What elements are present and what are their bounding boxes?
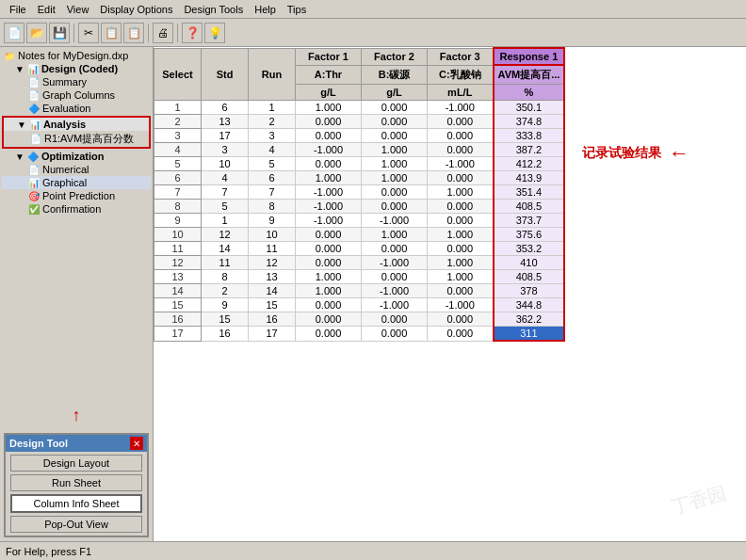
paste-button[interactable]: 📋 bbox=[123, 23, 144, 43]
cell-f2-7[interactable]: 0.000 bbox=[362, 200, 428, 214]
cell-f3-12[interactable]: 1.000 bbox=[428, 270, 494, 284]
tree-point-prediction[interactable]: 🎯 Point Prediction bbox=[2, 189, 151, 202]
cell-std-4[interactable]: 10 bbox=[202, 157, 249, 171]
open-button[interactable]: 📂 bbox=[26, 23, 47, 43]
cell-run-1[interactable]: 2 bbox=[249, 115, 296, 129]
header-factor2-unit[interactable]: g/L bbox=[362, 85, 428, 101]
cell-f3-2[interactable]: 0.000 bbox=[428, 129, 494, 143]
print-button[interactable]: 🖨 bbox=[153, 23, 173, 43]
cell-f1-9[interactable]: 0.000 bbox=[296, 228, 362, 242]
cell-run-7[interactable]: 8 bbox=[249, 200, 296, 214]
tree-analysis[interactable]: ▼ 📊 Analysis bbox=[4, 118, 149, 131]
cell-r1-12[interactable]: 408.5 bbox=[494, 270, 565, 284]
cell-f3-6[interactable]: 1.000 bbox=[428, 185, 494, 200]
menu-tips[interactable]: Tips bbox=[282, 3, 312, 16]
cell-run-9[interactable]: 10 bbox=[249, 228, 296, 242]
cell-r1-4[interactable]: 412.2 bbox=[494, 157, 565, 171]
cell-f1-4[interactable]: 0.000 bbox=[296, 157, 362, 171]
cell-f1-10[interactable]: 0.000 bbox=[296, 242, 362, 256]
cell-std-9[interactable]: 12 bbox=[202, 228, 249, 242]
header-response1-unit[interactable]: % bbox=[494, 85, 565, 101]
cell-r1-6[interactable]: 351.4 bbox=[494, 185, 565, 200]
cell-run-11[interactable]: 12 bbox=[249, 256, 296, 270]
cell-std-12[interactable]: 8 bbox=[202, 270, 249, 284]
cell-r1-10[interactable]: 353.2 bbox=[494, 242, 565, 256]
cell-f2-4[interactable]: 1.000 bbox=[362, 157, 428, 171]
cell-f1-3[interactable]: -1.000 bbox=[296, 143, 362, 157]
cell-f3-14[interactable]: -1.000 bbox=[428, 298, 494, 312]
cell-f2-6[interactable]: 0.000 bbox=[362, 185, 428, 200]
header-response1[interactable]: Response 1 bbox=[494, 48, 565, 65]
cell-f2-2[interactable]: 0.000 bbox=[362, 129, 428, 143]
cell-run-5[interactable]: 6 bbox=[249, 171, 296, 185]
menu-display-options[interactable]: Display Options bbox=[94, 3, 178, 16]
cell-f1-8[interactable]: -1.000 bbox=[296, 214, 362, 228]
cell-std-6[interactable]: 7 bbox=[202, 185, 249, 200]
cell-f1-2[interactable]: 0.000 bbox=[296, 129, 362, 143]
new-button[interactable]: 📄 bbox=[4, 23, 24, 43]
cell-f3-15[interactable]: 0.000 bbox=[428, 312, 494, 327]
cell-r1-3[interactable]: 387.2 bbox=[494, 143, 565, 157]
help-button[interactable]: ❓ bbox=[182, 23, 203, 43]
cell-r1-2[interactable]: 333.8 bbox=[494, 129, 565, 143]
cell-r1-8[interactable]: 373.7 bbox=[494, 214, 565, 228]
cell-r1-14[interactable]: 344.8 bbox=[494, 298, 565, 312]
menu-edit[interactable]: Edit bbox=[32, 3, 61, 16]
cell-std-10[interactable]: 14 bbox=[202, 242, 249, 256]
menu-help[interactable]: Help bbox=[249, 3, 282, 16]
cell-run-14[interactable]: 15 bbox=[249, 298, 296, 312]
cell-f1-16[interactable]: 0.000 bbox=[296, 327, 362, 342]
light-button[interactable]: 💡 bbox=[204, 23, 225, 43]
cell-std-0[interactable]: 6 bbox=[202, 101, 249, 115]
tree-r1-analysis[interactable]: 📄 R1:AVM提高百分数 bbox=[4, 131, 149, 147]
header-factor3-unit[interactable]: mL/L bbox=[428, 85, 494, 101]
cell-f3-8[interactable]: 0.000 bbox=[428, 214, 494, 228]
cell-std-16[interactable]: 16 bbox=[202, 327, 249, 342]
cell-std-11[interactable]: 11 bbox=[202, 256, 249, 270]
cell-std-3[interactable]: 3 bbox=[202, 143, 249, 157]
cell-f2-8[interactable]: -1.000 bbox=[362, 214, 428, 228]
cell-std-5[interactable]: 4 bbox=[202, 171, 249, 185]
cut-button[interactable]: ✂ bbox=[78, 23, 99, 43]
cell-f2-1[interactable]: 0.000 bbox=[362, 115, 428, 129]
cell-f1-7[interactable]: -1.000 bbox=[296, 200, 362, 214]
cell-f1-1[interactable]: 0.000 bbox=[296, 115, 362, 129]
cell-std-2[interactable]: 17 bbox=[202, 129, 249, 143]
cell-r1-15[interactable]: 362.2 bbox=[494, 312, 565, 327]
cell-std-7[interactable]: 5 bbox=[202, 200, 249, 214]
tree-optimization[interactable]: ▼ 🔷 Optimization bbox=[2, 150, 151, 163]
cell-f3-4[interactable]: -1.000 bbox=[428, 157, 494, 171]
save-button[interactable]: 💾 bbox=[49, 23, 70, 43]
header-factor1[interactable]: Factor 1 bbox=[296, 48, 362, 65]
cell-f2-15[interactable]: 0.000 bbox=[362, 312, 428, 327]
run-sheet-button[interactable]: Run Sheet bbox=[10, 474, 142, 491]
tree-summary[interactable]: 📄 Summary bbox=[2, 75, 151, 88]
cell-run-4[interactable]: 5 bbox=[249, 157, 296, 171]
cell-std-14[interactable]: 9 bbox=[202, 298, 249, 312]
cell-run-3[interactable]: 4 bbox=[249, 143, 296, 157]
menu-view[interactable]: View bbox=[61, 3, 95, 16]
header-std[interactable]: Std bbox=[202, 48, 249, 101]
cell-run-15[interactable]: 16 bbox=[249, 312, 296, 327]
tree-root[interactable]: 📁 Notes for MyDesign.dxp bbox=[2, 49, 151, 62]
header-factor3[interactable]: Factor 3 bbox=[428, 48, 494, 65]
header-response1-sub[interactable]: AVM提高百... bbox=[494, 65, 565, 85]
cell-run-8[interactable]: 9 bbox=[249, 214, 296, 228]
cell-f1-6[interactable]: -1.000 bbox=[296, 185, 362, 200]
cell-f3-0[interactable]: -1.000 bbox=[428, 101, 494, 115]
header-factor2-sub[interactable]: B:碳源 bbox=[362, 65, 428, 85]
cell-f3-3[interactable]: 0.000 bbox=[428, 143, 494, 157]
cell-r1-0[interactable]: 350.1 bbox=[494, 101, 565, 115]
tree-graph-columns[interactable]: 📄 Graph Columns bbox=[2, 88, 151, 102]
pop-out-button[interactable]: Pop-Out View bbox=[10, 516, 142, 533]
cell-f1-11[interactable]: 0.000 bbox=[296, 256, 362, 270]
design-layout-button[interactable]: Design Layout bbox=[10, 455, 142, 472]
cell-f3-7[interactable]: 0.000 bbox=[428, 200, 494, 214]
cell-std-1[interactable]: 13 bbox=[202, 115, 249, 129]
cell-f3-1[interactable]: 0.000 bbox=[428, 115, 494, 129]
cell-std-15[interactable]: 15 bbox=[202, 312, 249, 327]
cell-f1-15[interactable]: 0.000 bbox=[296, 312, 362, 327]
cell-f2-9[interactable]: 1.000 bbox=[362, 228, 428, 242]
cell-run-6[interactable]: 7 bbox=[249, 185, 296, 200]
column-info-button[interactable]: Column Info Sheet bbox=[10, 494, 142, 513]
